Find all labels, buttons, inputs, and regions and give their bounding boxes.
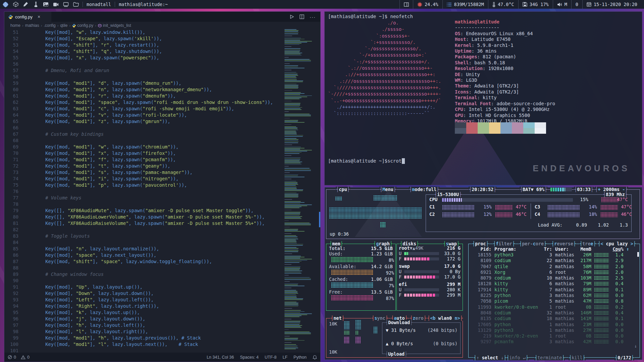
code-line[interactable]: 51 Key([mod], "w", lazy.window.kill()), (4, 29, 321, 36)
code-line[interactable]: 58 (4, 74, 321, 80)
code-line[interactable]: 69 Key([mod, "mod1"], "w", lazy.spawn("c… (4, 144, 321, 150)
process-row[interactable]: 13129python31mathias27M0.0 (470, 327, 638, 333)
proc-select-control[interactable]: ↑ select ↓ (473, 355, 507, 360)
code-line[interactable]: 56 (4, 61, 321, 67)
code-line[interactable]: 66 (4, 125, 321, 131)
breadcrumb-item[interactable]: config.py (72, 23, 93, 28)
code-line[interactable]: 84 (4, 239, 321, 246)
globe-icon[interactable] (3, 2, 8, 7)
process-row[interactable]: 17914kitty7mathias89M0.1 (470, 287, 638, 292)
code-line[interactable]: 61 Key([mod, "mod1"], "r", lazy.spawn("d… (4, 93, 321, 99)
breadcrumb-item[interactable]: init_widgets_list (98, 23, 131, 28)
breadcrumb-item[interactable]: home (10, 23, 20, 28)
display-icon[interactable] (63, 2, 69, 7)
code-line[interactable]: 94 Key([mod], "Right", lazy.layout.right… (4, 303, 321, 309)
proc-reverse-toggle[interactable]: reverse (551, 241, 576, 246)
proc-sort-selector[interactable]: < cpu lazy > (597, 241, 636, 246)
code-line[interactable]: 95 Key([mod], "k", lazy.layout.up()), (4, 309, 321, 316)
code-line[interactable]: 52 Key([mod], "Escape", lazy.spawn('xkil… (4, 36, 321, 42)
clock-widget[interactable]: 15-11-2020 20:20 (582, 0, 641, 9)
code-line[interactable]: 80 Key([], "XF86AudioLowerVolume", lazy.… (4, 214, 321, 220)
cursor-position[interactable]: Ln 341, Col 36 (207, 355, 234, 360)
code-line[interactable]: 54 Key([mod, "shift"], "q", lazy.shutdow… (4, 48, 321, 55)
code-line[interactable]: 65 Key([mod, "mod1"], "z", lazy.spawn("g… (4, 118, 321, 125)
language-mode[interactable]: Python (293, 355, 307, 360)
proc-filter-toggle[interactable]: filter (493, 241, 515, 246)
code-line[interactable]: 76 (4, 188, 321, 195)
split-editor-button[interactable] (300, 14, 304, 19)
folder-icon[interactable] (73, 2, 79, 7)
package-icon[interactable] (13, 2, 18, 7)
proc-tree-toggle[interactable]: tree (579, 241, 596, 246)
tab-close-icon[interactable]: × (38, 14, 40, 19)
code-line[interactable]: 97 Key([mod], "h", lazy.layout.left()), (4, 322, 321, 328)
errors-icon[interactable] (8, 355, 12, 359)
volume-widget[interactable]: M (553, 0, 571, 9)
code-line[interactable]: 68 (4, 137, 321, 144)
minimap[interactable] (282, 29, 316, 351)
tab-config-py[interactable]: config.py × (4, 12, 51, 22)
code-line[interactable]: 83 # Toggle layouts (4, 233, 321, 239)
mode-toggle[interactable]: mode:full (409, 187, 439, 192)
code-line[interactable]: 85 Key([mod], "n", lazy.layout.normalize… (4, 246, 321, 252)
keyboard-widget[interactable]: 0 (571, 0, 582, 9)
process-row[interactable]: 8079codium10mathias103M2.5 (470, 275, 638, 281)
code-line[interactable]: 99 Key([mod, "mod1"], "h", lazy.layout.p… (4, 335, 321, 341)
breadcrumb-item[interactable]: qtile (60, 23, 67, 28)
code-line[interactable]: 62 Key([mod, "mod1"], "space", lazy.spaw… (4, 99, 321, 106)
code-line[interactable]: 87 Key([mod, "shift"], "space", lazy.win… (4, 258, 321, 265)
code-line[interactable]: 91 Key([mod], "Up", lazy.layout.up()), (4, 284, 321, 290)
code-line[interactable]: 72 Key([mod, "mod1"], "t", lazy.spawn("g… (4, 163, 321, 169)
process-row[interactable]: 8048codium32mathias146M0.4 (470, 310, 638, 315)
memory-graph-toggle[interactable]: graph (373, 241, 393, 246)
layout-widget[interactable] (399, 0, 413, 9)
code-line[interactable]: 98 Key([mod], "l", lazy.layout.right()), (4, 328, 321, 335)
warnings-icon[interactable] (21, 355, 25, 359)
code-line[interactable]: 71 Key([mod, "mod1"], "f", lazy.spawn("p… (4, 157, 321, 163)
process-row[interactable]: 9297pcmanfm3mathias42M0.0 (470, 339, 638, 345)
menu-button[interactable]: Menu (379, 187, 396, 192)
code-line[interactable]: 67 # Custom key bindings (4, 131, 321, 137)
memory-widget[interactable]: 839M/15882M (442, 0, 488, 9)
code-line[interactable]: 96 Key([mod], "j", lazy.layout.down()), (4, 316, 321, 322)
more-actions-button[interactable]: ··· (310, 14, 316, 20)
editor-scrollbar[interactable] (319, 212, 320, 227)
process-row[interactable]: 7047qtile2mathias58M2.0 (470, 263, 638, 269)
code-line[interactable]: 53 Key([mod, "shift"], "r", lazy.restart… (4, 42, 321, 48)
process-row[interactable]: 8225python3mathias62M0.0 (470, 292, 638, 298)
process-row[interactable]: 18155python33mathias26M1.4 (470, 252, 638, 257)
process-row[interactable]: 17605python1mathias23M0.0 (470, 321, 638, 327)
code-line[interactable]: 79 Key([], "XF86AudioMute", lazy.spawn("… (4, 207, 321, 214)
code-line[interactable]: 81 Key([], "XF86AudioRaiseVolume", lazy.… (4, 220, 321, 227)
pen-icon[interactable] (23, 2, 29, 7)
code-line[interactable]: 100 Key([mod, "mod1"], "l", lazy.layout.… (4, 341, 321, 348)
proc-scrollbar[interactable] (637, 252, 639, 257)
run-button[interactable] (289, 14, 294, 19)
net-interface-switcher[interactable]: <b wlan0 n> (427, 315, 463, 321)
code-line[interactable]: 59 Key([mod, "mod1"], "d", lazy.spawn("d… (4, 80, 321, 86)
code-line[interactable]: 73 Key([mod, "mod1"], "s", lazy.spawn("p… (4, 169, 321, 176)
breadcrumb-item[interactable]: .config (44, 23, 55, 28)
proc-terminate-button[interactable]: terminate (534, 355, 565, 360)
code-line[interactable]: 86 Key([mod], "space", lazy.next_layout(… (4, 252, 321, 258)
proc-scroll-down-arrow[interactable]: ↓ (634, 343, 637, 349)
code-line[interactable]: 57 # Dmenu, Rofi and Gmrun (4, 67, 321, 74)
flask-icon[interactable] (33, 2, 39, 7)
code-line[interactable]: 64 Key([mod, "mod1"], "v", lazy.spawn("r… (4, 112, 321, 118)
code-line[interactable]: 75 Key([mod, "mod1"], "p", lazy.spawn('p… (4, 182, 321, 188)
process-row[interactable]: 11993kworker/0:0-even1root0B0.2 (470, 304, 638, 310)
code-line[interactable]: 92 Key([mod], "Down", lazy.layout.down()… (4, 290, 321, 297)
eol-setting[interactable]: LF (282, 355, 287, 360)
process-row[interactable]: 18128kitty6mathias79M0.4 (470, 281, 638, 287)
encoding-setting[interactable]: UTF-8 (265, 355, 276, 360)
cpu-widget[interactable]: 24.4% (413, 0, 442, 9)
workspace-label[interactable]: monadtall (87, 2, 111, 7)
code-line[interactable]: 70 Key([mod, "mod1"], "x", lazy.spawn("f… (4, 150, 321, 157)
proc-kill-button[interactable]: kill (569, 355, 586, 360)
proc-info-button[interactable]: info ↵ (506, 355, 529, 360)
code-line[interactable]: 55 Key([mod], "x", lazy.spawn("powerspec… (4, 55, 321, 61)
image-icon[interactable] (43, 2, 49, 7)
process-row[interactable]: 8135codium18mathias141M0.1 (470, 316, 638, 321)
process-row[interactable]: 6921Xorg6root76M2.0 (470, 269, 638, 275)
notifications-bell-icon[interactable] (313, 355, 317, 360)
